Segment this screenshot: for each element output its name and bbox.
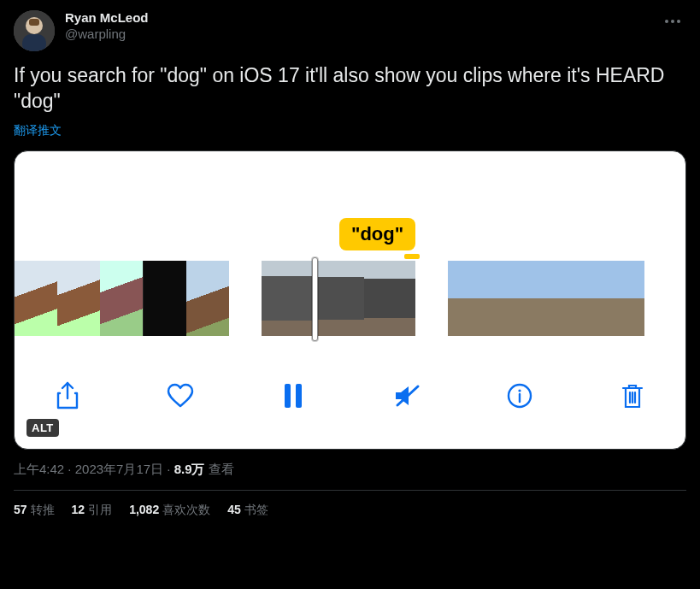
likes-stat[interactable]: 1,082喜欢次数 (129, 503, 210, 518)
svg-rect-8 (296, 384, 302, 408)
tweet-meta: 上午4:42 · 2023年7月17日 · 8.9万 查看 (14, 462, 686, 478)
author-names: Ryan McLeod @warpling (65, 10, 149, 43)
playhead[interactable] (312, 257, 318, 341)
clip-group[interactable] (262, 261, 415, 336)
share-button[interactable] (52, 380, 83, 411)
timeline-frame (487, 261, 526, 336)
delete-button[interactable] (617, 380, 648, 411)
info-button[interactable] (504, 380, 535, 411)
display-name[interactable]: Ryan McLeod (65, 10, 149, 27)
tweet-text: If you search for "dog" on iOS 17 it'll … (14, 63, 686, 115)
like-button[interactable] (165, 380, 196, 411)
tweet-time[interactable]: 上午4:42 (14, 462, 64, 476)
svg-point-11 (518, 389, 521, 392)
video-timeline[interactable] (15, 261, 685, 336)
search-callout: "dog" (339, 218, 415, 250)
timeline-frame (100, 261, 143, 336)
svg-rect-2 (22, 34, 46, 51)
timeline-frame (313, 261, 364, 336)
clip-group[interactable] (448, 261, 644, 336)
handle[interactable]: @warpling (65, 27, 149, 43)
timeline-frame (143, 261, 186, 336)
svg-point-5 (671, 20, 674, 23)
clip-group[interactable] (15, 261, 229, 336)
pause-button[interactable] (278, 380, 309, 411)
views-count: 8.9万 (174, 462, 205, 476)
media-controls (15, 372, 685, 420)
mute-button[interactable] (391, 380, 422, 411)
timeline-frame (448, 261, 487, 336)
more-button[interactable] (659, 7, 686, 32)
timeline-frame (566, 261, 605, 336)
tweet-date[interactable]: 2023年7月17日 (75, 462, 163, 476)
tweet-stats: 57转推 12引用 1,082喜欢次数 45书签 (14, 491, 686, 518)
timeline-frame (15, 261, 57, 336)
timeline-frame (57, 261, 100, 336)
svg-point-4 (665, 20, 668, 23)
avatar[interactable] (14, 10, 55, 51)
translate-link[interactable]: 翻译推文 (14, 123, 686, 138)
timeline-frame (526, 261, 566, 336)
timeline-frame (262, 261, 313, 336)
tweet-header: Ryan McLeod @warpling (14, 10, 686, 51)
views-label: 查看 (205, 462, 234, 476)
svg-point-6 (677, 20, 680, 23)
svg-rect-3 (29, 19, 39, 26)
timeline-frame (186, 261, 229, 336)
tweet: Ryan McLeod @warpling If you search for … (0, 0, 700, 521)
media-card[interactable]: "dog" (14, 150, 686, 450)
alt-badge[interactable]: ALT (26, 419, 59, 437)
svg-rect-7 (285, 384, 291, 408)
quotes-stat[interactable]: 12引用 (72, 503, 113, 518)
retweets-stat[interactable]: 57转推 (14, 503, 55, 518)
timeline-frame (364, 261, 415, 336)
bookmarks-stat[interactable]: 45书签 (227, 503, 268, 518)
timeline-frame (605, 261, 644, 336)
callout-caret (404, 254, 420, 259)
